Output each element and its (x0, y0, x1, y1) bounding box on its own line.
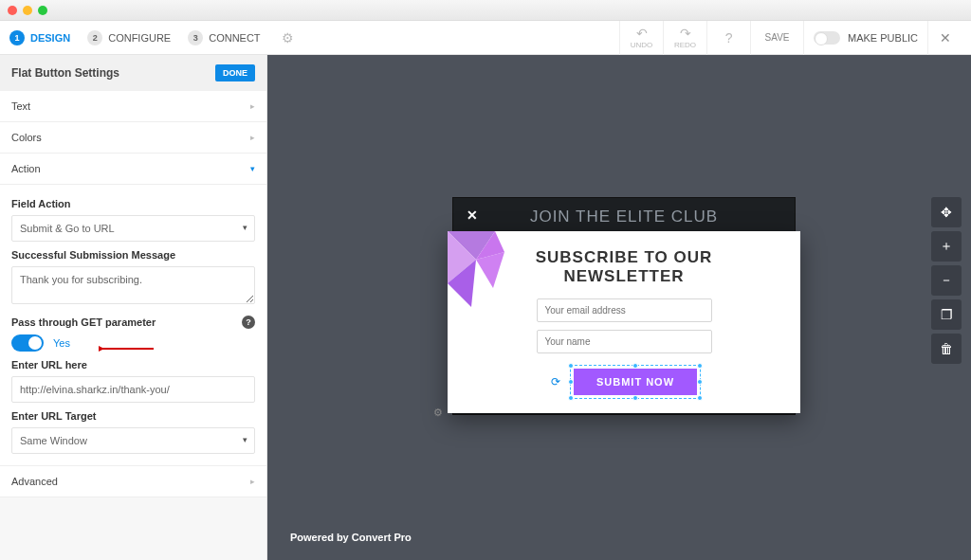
section-label: Colors (11, 132, 42, 143)
publish-switch[interactable] (814, 31, 840, 45)
passthrough-label-row: Pass through GET parameter ? (11, 316, 255, 329)
field-action-label: Field Action (11, 198, 255, 209)
title-line1: SUBSCRIBE TO OUR (536, 248, 713, 266)
submit-button-selected[interactable]: SUBMIT NOW (574, 369, 697, 395)
panel-header: Flat Button Settings DONE (0, 55, 266, 91)
canvas-toolbox: ✥ ＋ － ❐ 🗑 (931, 197, 962, 364)
popup-front-card[interactable]: SUBSCRIBE TO OUR NEWSLETTER ⟳ SUBMIT NOW (448, 231, 800, 413)
step-label: DESIGN (30, 32, 70, 44)
section-colors[interactable]: Colors▸ (0, 122, 266, 154)
section-text[interactable]: Text▸ (0, 91, 266, 122)
delete-tool-icon[interactable]: 🗑 (931, 334, 962, 364)
undo-label: UNDO (631, 41, 653, 49)
settings-gear-icon[interactable]: ⚙ (282, 30, 294, 45)
publish-toggle[interactable]: MAKE PUBLIC (803, 21, 927, 55)
step-number: 2 (87, 30, 102, 45)
success-message-label: Successful Submission Message (11, 249, 255, 261)
remove-tool-icon[interactable]: － (931, 265, 962, 296)
step-number: 3 (188, 30, 203, 45)
step-label: CONFIGURE (108, 32, 171, 44)
action-panel-body: Field Action Submit & Go to URL Successf… (0, 185, 266, 466)
section-label: Text (11, 100, 30, 112)
publish-label: MAKE PUBLIC (848, 32, 918, 44)
chevron-down-icon: ▾ (250, 164, 255, 173)
popup-close-icon[interactable]: ✕ (467, 208, 478, 223)
step-connect[interactable]: 3 CONNECT (188, 30, 260, 45)
help-button[interactable]: ? (706, 21, 750, 55)
success-message-textarea[interactable] (11, 266, 255, 304)
redo-icon: ↷ (680, 26, 691, 41)
window-titlebar (0, 0, 971, 21)
help-icon[interactable]: ? (242, 316, 255, 329)
window-min-dot[interactable] (23, 6, 32, 15)
settings-sidebar: Flat Button Settings DONE Text▸ Colors▸ … (0, 55, 267, 560)
help-icon: ? (725, 30, 733, 45)
toggle-state-label: Yes (53, 337, 70, 349)
top-toolbar: 1 DESIGN 2 CONFIGURE 3 CONNECT ⚙ ↶UNDO ↷… (0, 21, 971, 55)
step-label: CONNECT (209, 32, 260, 44)
element-settings-gear-icon[interactable]: ⚙ (433, 406, 443, 419)
copy-tool-icon[interactable]: ❐ (931, 299, 962, 330)
window-max-dot[interactable] (38, 6, 47, 15)
passthrough-label: Pass through GET parameter (11, 316, 156, 328)
undo-button[interactable]: ↶UNDO (619, 21, 663, 55)
window-close-dot[interactable] (8, 6, 17, 15)
url-target-select[interactable]: Same Window (11, 427, 255, 454)
url-target-label: Enter URL Target (11, 410, 255, 422)
url-label: Enter URL here (11, 359, 255, 370)
step-number: 1 (9, 30, 25, 45)
submit-button[interactable]: SUBMIT NOW (574, 369, 697, 395)
panel-title: Flat Button Settings (11, 66, 119, 80)
field-action-select[interactable]: Submit & Go to URL (11, 215, 255, 242)
step-design[interactable]: 1 DESIGN (9, 30, 70, 45)
design-canvas[interactable]: ✕ JOIN THE ELITE CLUB SUBSCRIBE TO OUR N… (267, 55, 971, 560)
section-label: Advanced (11, 476, 58, 487)
undo-icon: ↶ (636, 26, 648, 41)
redo-button[interactable]: ↷REDO (663, 21, 706, 55)
chevron-right-icon: ▸ (250, 101, 255, 111)
step-configure[interactable]: 2 CONFIGURE (87, 30, 171, 45)
passthrough-toggle[interactable] (11, 334, 44, 352)
decorative-polygons (448, 231, 533, 335)
section-label: Action (11, 163, 41, 174)
close-button[interactable]: ✕ (927, 21, 962, 55)
section-advanced[interactable]: Advanced▸ (0, 466, 266, 497)
section-action[interactable]: Action▾ (0, 154, 266, 185)
done-button[interactable]: DONE (215, 64, 255, 81)
chevron-right-icon: ▸ (250, 477, 255, 486)
email-input[interactable] (537, 298, 712, 322)
redo-label: REDO (674, 41, 696, 49)
save-button[interactable]: SAVE (750, 21, 803, 55)
powered-by-label: Powered by Convert Pro (290, 532, 412, 543)
popup-back-headline[interactable]: JOIN THE ELITE CLUB (453, 198, 795, 236)
add-tool-icon[interactable]: ＋ (931, 231, 962, 262)
name-input[interactable] (537, 330, 712, 353)
chevron-right-icon: ▸ (250, 133, 255, 142)
refresh-icon[interactable]: ⟳ (551, 375, 560, 388)
title-line2: NEWSLETTER (563, 267, 684, 285)
move-tool-icon[interactable]: ✥ (931, 197, 962, 227)
url-input[interactable] (11, 376, 255, 403)
